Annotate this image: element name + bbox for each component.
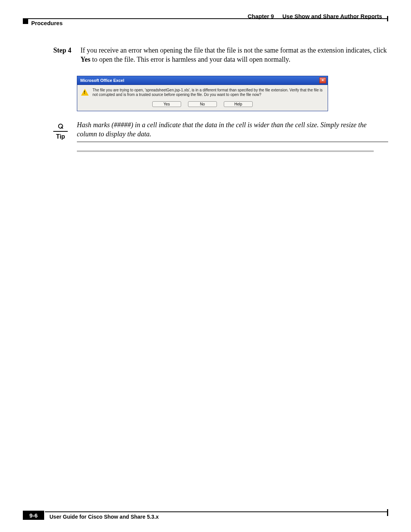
close-icon[interactable]: × [319, 77, 326, 83]
header-right-tick [387, 16, 388, 21]
step-label: Step 4 [53, 46, 72, 64]
tip-icon-column: ⌕ Tip [53, 120, 68, 142]
step-4: Step 4 If you receive an error when open… [53, 46, 388, 64]
header-section-marker [23, 19, 28, 24]
tip-body: Hash marks (#####) in a cell indicate th… [77, 121, 366, 138]
chapter-number: Chapter 9 [248, 13, 274, 19]
dialog-body: The file you are trying to open, 'spread… [77, 85, 328, 111]
section-end-rule [77, 150, 374, 152]
dialog-message-row: The file you are trying to open, 'spread… [81, 88, 324, 97]
magnifier-icon: ⌕ [53, 120, 68, 130]
tip-label: Tip [56, 133, 65, 140]
dialog-button-row: Yes No Help [81, 101, 324, 107]
step-text-post: to open the file. This error is harmless… [91, 56, 290, 63]
header-chapter: Chapter 9 Use Show and Share Author Repo… [248, 13, 382, 19]
dialog-message: The file you are trying to open, 'spread… [92, 88, 324, 97]
tip-callout: ⌕ Tip Hash marks (#####) in a cell indic… [53, 120, 388, 142]
no-button[interactable]: No [188, 101, 217, 107]
footer-rule [45, 511, 388, 512]
dialog-title: Microsoft Office Excel [80, 78, 124, 83]
excel-warning-dialog: Microsoft Office Excel × The file you ar… [77, 76, 328, 111]
footer-guide-title: User Guide for Cisco Show and Share 5.3.… [49, 514, 159, 520]
chapter-title: Use Show and Share Author Reports [282, 13, 382, 19]
warning-icon [81, 89, 89, 96]
header-section-title: Procedures [31, 20, 63, 26]
help-button[interactable]: Help [224, 101, 253, 107]
yes-button[interactable]: Yes [152, 101, 181, 107]
dialog-titlebar: Microsoft Office Excel × [77, 76, 328, 85]
step-text-bold: Yes [81, 56, 91, 63]
page-content: Step 4 If you receive an error when open… [53, 46, 388, 152]
page-number-box: 9-6 [23, 511, 44, 520]
step-text: If you receive an error when opening the… [81, 46, 388, 64]
tip-text: Hash marks (#####) in a cell indicate th… [77, 120, 388, 142]
footer-right-tick [387, 509, 388, 516]
step-text-pre: If you receive an error when opening the… [81, 46, 387, 54]
